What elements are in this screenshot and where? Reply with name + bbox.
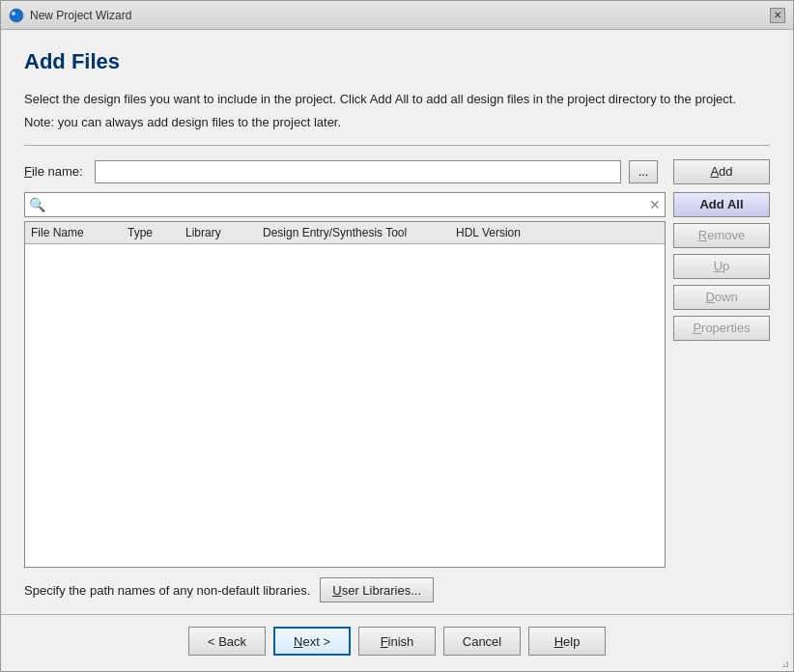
help-button[interactable]: Help	[528, 627, 606, 656]
file-name-row: File name: ... Add	[24, 159, 770, 184]
separator-1	[24, 145, 770, 146]
search-input[interactable]	[49, 197, 649, 211]
col-library: Library	[185, 226, 263, 239]
left-panel: 🔍 ✕ File Name Type Library Design Entry/…	[24, 192, 666, 569]
browse-button[interactable]: ...	[629, 160, 658, 183]
file-table: File Name Type Library Design Entry/Synt…	[24, 221, 666, 569]
page-title: Add Files	[24, 49, 770, 74]
col-type: Type	[128, 226, 185, 239]
table-header: File Name Type Library Design Entry/Synt…	[25, 222, 665, 244]
resize-handle[interactable]: ⊿	[781, 658, 789, 669]
search-row: 🔍 ✕	[24, 192, 666, 217]
clear-search-icon[interactable]: ✕	[649, 197, 661, 212]
description-text: Select the design files you want to incl…	[24, 90, 770, 109]
svg-point-0	[10, 9, 23, 22]
bottom-note-text: Specify the path names of any non-defaul…	[24, 583, 310, 598]
titlebar: New Project Wizard ✕	[1, 1, 793, 30]
main-area: 🔍 ✕ File Name Type Library Design Entry/…	[24, 192, 770, 569]
down-button[interactable]: Down	[673, 285, 770, 310]
add-all-button[interactable]: Add All	[673, 192, 770, 217]
col-design: Design Entry/Synthesis Tool	[263, 226, 456, 239]
footer-separator	[1, 614, 793, 615]
titlebar-title: New Project Wizard	[30, 9, 131, 22]
col-filename: File Name	[31, 226, 128, 239]
main-window: New Project Wizard ✕ Add Files Select th…	[0, 0, 794, 672]
bottom-note: Specify the path names of any non-defaul…	[24, 577, 770, 614]
right-panel: Add All Remove Up Down Properties	[673, 192, 770, 569]
remove-button[interactable]: Remove	[673, 223, 770, 248]
user-libraries-button[interactable]: User Libraries...	[320, 577, 434, 602]
close-button[interactable]: ✕	[770, 8, 785, 23]
app-icon	[9, 8, 24, 23]
content-area: Add Files Select the design files you wa…	[1, 30, 793, 614]
back-button[interactable]: < Back	[188, 627, 266, 656]
add-button[interactable]: Add	[673, 159, 770, 184]
search-icon: 🔍	[29, 197, 45, 212]
cancel-button[interactable]: Cancel	[443, 627, 521, 656]
note-text: Note: you can always add design files to…	[24, 115, 770, 129]
properties-button[interactable]: Properties	[673, 316, 770, 341]
up-button[interactable]: Up	[673, 254, 770, 279]
titlebar-left: New Project Wizard	[9, 8, 131, 23]
file-name-input[interactable]	[95, 160, 621, 183]
table-body	[25, 244, 665, 389]
next-button[interactable]: Next >	[273, 627, 351, 656]
finish-button[interactable]: Finish	[358, 627, 436, 656]
col-hdl: HDL Version	[456, 226, 553, 239]
svg-point-1	[12, 12, 15, 15]
footer: < Back Next > Finish Cancel Help	[1, 627, 793, 671]
file-name-label: File name:	[24, 164, 87, 179]
